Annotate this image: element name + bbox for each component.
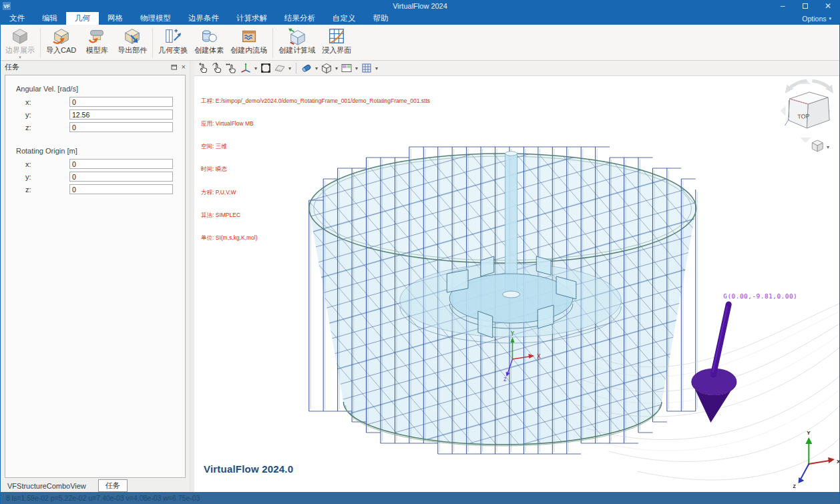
field-label-x: x: — [25, 160, 69, 168]
solver-residuals-text: 8 ls=1.59e-02 p=5.22e-02 u=7.40e-03 v=4.… — [6, 494, 200, 502]
menu-customize[interactable]: 自定义 — [324, 12, 365, 25]
menu-solver[interactable]: 计算求解 — [228, 12, 276, 25]
info-line-time: 时间: 瞬态 — [201, 166, 430, 173]
create-primitive-button[interactable]: 创建体素 — [191, 26, 227, 60]
button-label: 几何变换 — [158, 45, 188, 55]
chevron-down-icon[interactable]: ▾ — [354, 65, 359, 71]
navigation-cube[interactable]: TOP ▾ — [781, 79, 833, 152]
minimize-icon: – — [781, 1, 785, 11]
angular-vel-y-field[interactable] — [69, 109, 173, 119]
close-button[interactable]: ✕ — [817, 0, 839, 12]
minimize-button[interactable]: – — [771, 0, 794, 12]
import-cad-icon — [52, 27, 71, 45]
options-menu[interactable]: Options ▾ — [794, 12, 839, 25]
chevron-down-icon[interactable]: ▾ — [287, 65, 292, 71]
draw-style-button[interactable] — [320, 61, 333, 75]
task-panel: 任务 × Angular Vel. [rad/s] x: y: — [1, 61, 190, 492]
impeller-blade — [447, 270, 468, 292]
model-library-icon — [87, 27, 106, 45]
button-label: 模型库 — [86, 45, 108, 55]
nav-cube-menu[interactable]: ▾ — [812, 140, 829, 152]
viewport-layout-button[interactable] — [340, 61, 353, 75]
rotating-origin-x-field[interactable] — [69, 159, 173, 169]
tab-vfstructurecomboview[interactable]: VFStructureComboView — [5, 481, 89, 491]
axis-view-button[interactable] — [239, 61, 252, 75]
menu-results[interactable]: 结果分析 — [276, 12, 324, 25]
pan-hand-icon — [226, 62, 238, 74]
import-cad-button[interactable]: 导入CAD — [43, 26, 79, 60]
menu-edit[interactable]: 编辑 — [33, 12, 66, 25]
gravity-vector: G(0.00,-9.81,0.00) — [692, 292, 798, 423]
nav-cube-label: TOP — [797, 113, 810, 120]
angular-vel-x-field[interactable] — [69, 97, 173, 107]
menu-boundary-conditions[interactable]: 边界条件 — [180, 12, 228, 25]
geometry-transform-button[interactable]: 几何变换 — [155, 26, 191, 60]
info-line-equations: 方程: P,U,V,W — [201, 189, 430, 196]
clip-plane-icon — [274, 62, 286, 74]
maximize-icon — [803, 3, 808, 9]
float-panel-icon[interactable] — [171, 64, 178, 70]
rotating-origin-z-field[interactable] — [69, 184, 173, 194]
fit-view-button[interactable] — [259, 61, 272, 75]
shaft-hole — [503, 291, 520, 298]
boundary-display-button[interactable]: 边界展示 ▾ — [2, 26, 38, 60]
viewport-toolbar: ▾ ▾ — [194, 61, 839, 76]
chevron-down-icon[interactable]: ▾ — [374, 65, 379, 71]
maximize-button[interactable] — [794, 0, 817, 12]
info-line-algorithm: 算法: SIMPLEC — [201, 212, 430, 219]
info-line-space: 空间: 三维 — [201, 143, 430, 150]
ribbon-toolbar: 边界展示 ▾ 导入CAD — [1, 25, 839, 61]
menu-geometry[interactable]: 几何 — [66, 12, 99, 25]
close-panel-icon[interactable]: × — [182, 63, 186, 70]
export-part-button[interactable]: 导出部件 — [114, 26, 150, 60]
titlebar: VF VirtualFlow 2024 – ✕ — [1, 0, 839, 12]
chevron-down-icon: ▾ — [827, 144, 829, 150]
immersed-interface-button[interactable]: 浸入界面 — [319, 26, 355, 60]
panel-splitter[interactable] — [190, 61, 194, 492]
model-library-button[interactable]: 模型库 — [79, 26, 114, 60]
mesh-display-icon — [361, 62, 373, 74]
section-title: Angular Vel. [rad/s] — [16, 85, 178, 93]
close-icon: ✕ — [825, 1, 831, 11]
axis-view-icon — [240, 62, 252, 74]
pan-hand-button[interactable] — [225, 61, 238, 75]
3d-canvas[interactable]: Y X Z G(0.00,-9.81,0.00) — [194, 76, 839, 492]
button-label: 创建计算域 — [278, 45, 315, 55]
appearance-button[interactable] — [300, 61, 313, 75]
menu-file[interactable]: 文件 — [1, 12, 33, 25]
app-window: VF VirtualFlow 2024 – ✕ 文件 编辑 几何 网格 物理模型… — [0, 0, 840, 504]
corner-axis-triad: Y X Z — [793, 430, 839, 489]
select-hand-button[interactable] — [197, 61, 210, 75]
rotate-hand-button[interactable] — [211, 61, 224, 75]
create-domain-button[interactable]: 创建计算域 — [275, 26, 319, 60]
options-label: Options — [802, 15, 826, 23]
button-label: 边界展示 — [5, 45, 35, 55]
button-label: 浸入界面 — [322, 45, 351, 55]
tab-task[interactable]: 任务 — [98, 479, 128, 492]
immersed-interface-icon — [327, 27, 346, 45]
clip-plane-button[interactable] — [273, 61, 286, 75]
appearance-icon — [300, 62, 312, 74]
gravity-label: G(0.00,-9.81,0.00) — [723, 292, 797, 300]
draw-style-icon — [321, 62, 333, 74]
menu-physics-model[interactable]: 物理模型 — [132, 12, 180, 25]
rotating-origin-y-field[interactable] — [69, 172, 173, 182]
menu-mesh[interactable]: 网格 — [99, 12, 132, 25]
button-label: 创建体素 — [194, 45, 224, 55]
create-internal-flow-button[interactable]: 创建内流场 — [227, 26, 270, 60]
menu-help[interactable]: 帮助 — [365, 12, 397, 25]
solver-info-overlay: 工程: E:/simpop/_demo/v2024.0/demo_Rotatin… — [201, 82, 430, 257]
create-domain-icon — [288, 27, 306, 45]
chevron-down-icon[interactable]: ▾ — [314, 65, 319, 71]
statusbar: 8 ls=1.59e-02 p=5.22e-02 u=7.40e-03 v=4.… — [1, 492, 839, 504]
info-line-units: 单位: SI(m,s,kg,K,mol) — [201, 234, 430, 242]
mesh-display-button[interactable] — [360, 61, 373, 75]
shaft-top — [505, 152, 517, 156]
app-version-watermark: VirtualFlow 2024.0 — [204, 463, 293, 475]
chevron-down-icon: ▾ — [19, 55, 21, 59]
chevron-down-icon[interactable]: ▾ — [253, 65, 258, 71]
boundary-display-icon — [11, 27, 29, 45]
chevron-down-icon[interactable]: ▾ — [334, 65, 339, 71]
button-label: 导入CAD — [46, 45, 76, 55]
angular-vel-z-field[interactable] — [69, 122, 173, 132]
